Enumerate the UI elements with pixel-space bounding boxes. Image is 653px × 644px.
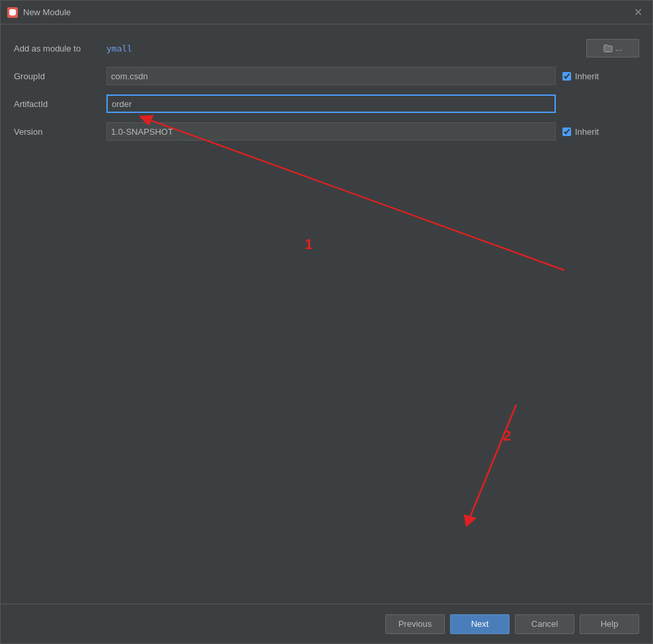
artifact-id-input[interactable] (106, 94, 556, 113)
help-button[interactable]: Help (580, 614, 639, 634)
cancel-button[interactable]: Cancel (515, 614, 574, 634)
artifact-id-row: ArtifactId (14, 93, 639, 114)
group-id-input[interactable] (106, 67, 556, 85)
version-inherit-section: Inherit (562, 127, 599, 137)
annotation-svg (1, 77, 652, 551)
annotation-1: 1 (305, 236, 313, 253)
annotation-overlay: 1 2 (1, 77, 652, 551)
new-module-dialog: New Module ✕ Add as module to ymall ... … (0, 0, 653, 644)
add-module-label: Add as module to (14, 44, 106, 54)
version-label: Version (14, 127, 106, 137)
svg-line-3 (468, 405, 516, 522)
dialog-title: New Module (23, 7, 625, 17)
group-id-inherit-checkbox[interactable] (562, 72, 571, 81)
annotation-2: 2 (503, 427, 511, 445)
group-id-inherit-section: Inherit (562, 71, 599, 81)
browse-label: ... (615, 44, 622, 53)
group-id-row: GroupId Inherit (14, 65, 639, 87)
dialog-content: Add as module to ymall ... GroupId Inher… (1, 24, 652, 604)
group-id-inherit-label[interactable]: Inherit (575, 71, 599, 81)
browse-button[interactable]: ... (586, 39, 639, 57)
version-inherit-label[interactable]: Inherit (575, 127, 599, 137)
group-id-label: GroupId (14, 71, 106, 81)
folder-icon (603, 44, 613, 52)
close-button[interactable]: ✕ (630, 5, 646, 20)
previous-button[interactable]: Previous (385, 614, 445, 634)
module-target-value: ymall (106, 44, 132, 54)
version-row: Version Inherit (14, 121, 639, 142)
title-bar: New Module ✕ (1, 1, 652, 24)
button-bar: Previous Next Cancel Help (1, 604, 652, 643)
version-inherit-checkbox[interactable] (562, 127, 571, 136)
next-button[interactable]: Next (450, 614, 510, 634)
app-icon (7, 7, 18, 18)
add-module-row: Add as module to ymall ... (14, 38, 639, 59)
app-icon-inner (9, 9, 16, 16)
version-input[interactable] (106, 122, 556, 141)
artifact-id-label: ArtifactId (14, 99, 106, 109)
